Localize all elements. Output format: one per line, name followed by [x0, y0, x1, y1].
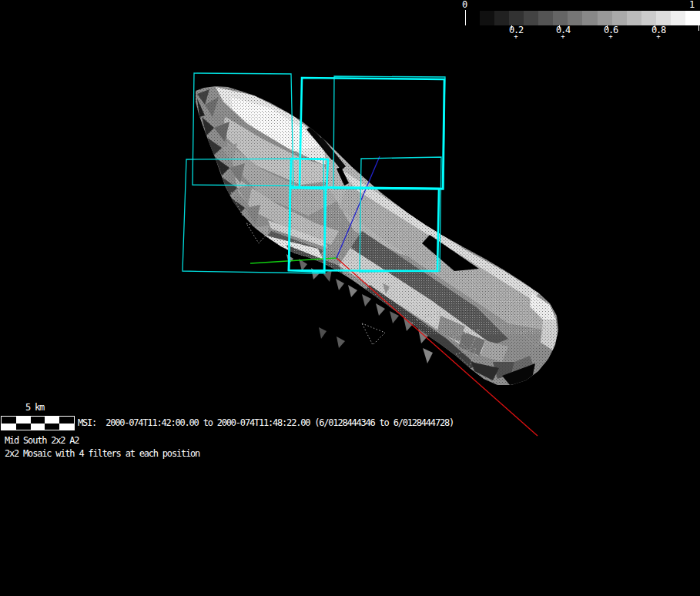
scale-bar-label: 5 km — [25, 403, 44, 413]
colorbar-min-tick — [465, 10, 466, 25]
status-line: MSI: 2000-074T11:42:00.00 to 2000-074T11… — [78, 418, 454, 428]
colorbar-plus-marker: + — [561, 32, 564, 42]
scale-bar-checker — [1, 416, 75, 430]
mosaic-description: 2x2 Mosaic with 4 filters at each positi… — [5, 449, 199, 459]
colorbar-max-tick — [698, 25, 699, 31]
asteroid-model — [177, 73, 570, 397]
observation-title: Mid South 2x2 A2 — [5, 436, 79, 446]
3d-view-canvas[interactable] — [0, 0, 700, 596]
colorbar-plus-marker: + — [608, 32, 612, 42]
viewport: 0 1 0.2+0.4+0.6+0.8+ 5 km MSI: 2000-074T… — [0, 0, 700, 596]
colorbar-plus-marker: + — [514, 32, 517, 42]
colorbar-gradient — [480, 11, 700, 25]
colorbar-min-label: 0 — [462, 0, 467, 10]
colorbar-plus-marker: + — [656, 32, 660, 42]
colorbar-max-label: 1 — [689, 0, 694, 10]
colorbar: 0 1 0.2+0.4+0.6+0.8+ — [459, 0, 700, 45]
